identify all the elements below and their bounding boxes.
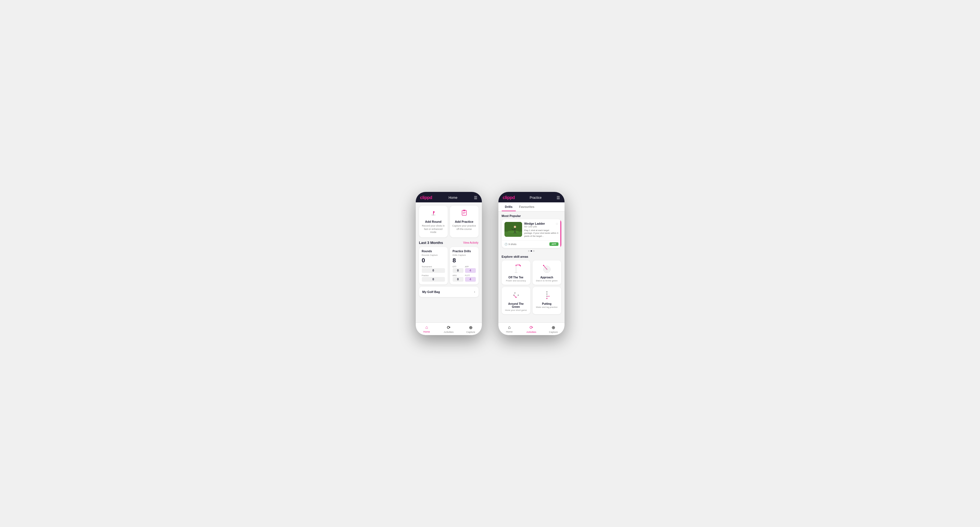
nav-capture[interactable]: ⊕ Capture [460,323,482,335]
approach-desc: Dial-in to hit the green [536,279,557,282]
svg-point-11 [514,226,516,228]
rounds-box: Rounds Rounds Capture 0 Tournament 0 Pra… [419,247,448,284]
explore-title: Explore skill areas [498,254,565,260]
add-practice-title: Add Practice [455,220,473,223]
add-practice-desc: Capture your practice off-the-course [452,224,476,231]
activity-title: Last 3 Months [419,241,443,245]
putting-desc: Make and lag practice [536,306,557,308]
ott-value: 0 [453,268,463,273]
wedge-ladder-card[interactable]: ☆ [502,219,561,248]
golf-bag-label: My Golf Bag [422,290,440,294]
approach-icon [541,263,553,274]
skill-putting[interactable]: Putting Make and lag practice [533,287,561,314]
dot-2 [531,250,532,252]
card-accent [560,219,561,248]
activity-section-header: Last 3 Months View Activity [416,240,482,247]
tab-favourites[interactable]: Favourites [516,202,538,211]
page-title: Home [449,196,457,200]
dot-1 [528,250,530,252]
shots-count: 9 shots [509,243,517,246]
add-practice-card[interactable]: Add Practice Capture your practice off-t… [450,206,479,237]
practice-nav-home[interactable]: ⌂ Home [498,323,520,335]
skill-off-the-tee[interactable]: Off The Tee Power and accuracy [502,260,530,285]
drills-bottom-row: ARG 0 PUTT 4 [453,275,476,282]
tournament-value: 0 [422,268,445,273]
atg-desc: Hone your short game [505,309,527,311]
home-header: clippd Home ☰ [416,192,482,202]
svg-point-22 [519,265,520,265]
arg-value: 0 [453,277,463,282]
add-round-desc: Record your shots in fast or enhanced mo… [421,224,445,234]
shots-info: 🕐 9 shots [504,243,517,246]
featured-card-content: Wedge Ladder 50–100 yds Play 1 shot at e… [502,219,561,240]
practice-header: clippd Practice ☰ [498,192,565,202]
practice-nav-capture[interactable]: ⊕ Capture [542,323,565,335]
carousel-dots [498,250,565,252]
tee-name: Off The Tee [508,276,523,279]
svg-point-27 [543,265,544,266]
action-cards: Add Round Record your shots in fast or e… [416,202,482,240]
star-icon[interactable]: ☆ [555,222,558,226]
practice-label: Practice [422,275,445,276]
practice-activities-label: Activities [527,331,536,333]
skill-around-green[interactable]: Around The Green Hone your short game [502,287,530,314]
add-practice-icon [460,209,468,218]
app-stat: APP 4 [465,266,476,273]
skill-approach[interactable]: Approach Dial-in to hit the green [533,260,561,285]
arg-stat: ARG 0 [453,275,463,282]
drill-desc: Play 1 shot at each target yardage. If y… [524,229,558,238]
wedge-ladder-info: Wedge Ladder 50–100 yds Play 1 shot at e… [524,222,558,238]
rounds-total: 0 [422,257,445,264]
drills-title: Practice Drills [453,250,476,253]
tab-drills[interactable]: Drills [502,202,516,211]
tee-desc: Power and accuracy [506,279,526,282]
practice-capture-icon: ⊕ [552,325,555,330]
arg-label: ARG [453,275,463,276]
practice-value: 0 [422,277,445,282]
practice-tabs: Drills Favourites [498,202,565,211]
drills-capture-label: Drills Capture [453,254,476,256]
home-bottom-nav: ⌂ Home ⟳ Activities ⊕ Capture [416,322,482,335]
home-nav-icon: ⌂ [425,325,428,330]
tournament-label: Tournament [422,266,445,268]
app-badge: APP [549,242,558,246]
add-round-title: Add Round [425,220,441,223]
add-round-icon [430,209,437,218]
practice-stat: Practice 0 [422,275,445,282]
app-value: 4 [465,268,476,273]
svg-rect-4 [463,210,465,211]
svg-point-2 [433,214,434,216]
putting-icon [541,290,553,301]
drills-top-row: OTT 0 APP 4 [453,266,476,273]
drill-range: 50–100 yds [524,225,558,228]
drill-name: Wedge Ladder [524,222,558,225]
nav-home[interactable]: ⌂ Home [416,323,438,335]
approach-name: Approach [540,276,553,279]
practice-capture-label: Capture [549,331,558,333]
home-nav-label: Home [423,330,430,333]
practice-logo: clippd [503,195,515,200]
add-round-card[interactable]: Add Round Record your shots in fast or e… [419,206,448,237]
practice-nav-activities[interactable]: ⟳ Activities [520,323,542,335]
clock-icon: 🕐 [504,243,508,246]
wedge-ladder-image [504,222,522,237]
putting-name: Putting [542,302,551,305]
tournament-stat: Tournament 0 [422,266,445,273]
menu-icon[interactable]: ☰ [474,195,477,200]
putt-label: PUTT [465,275,476,276]
practice-home-icon: ⌂ [508,325,511,330]
capture-nav-icon: ⊕ [469,325,473,330]
nav-activities[interactable]: ⟳ Activities [438,323,460,335]
tee-icon [510,263,522,274]
drills-box: Practice Drills Drills Capture 8 OTT 0 A… [450,247,479,284]
dot-3 [533,250,535,252]
practice-bottom-nav: ⌂ Home ⟳ Activities ⊕ Capture [498,322,565,335]
svg-rect-1 [433,211,434,214]
practice-menu-icon[interactable]: ☰ [557,195,560,200]
rounds-capture-label: Rounds Capture [422,254,445,256]
view-activity-link[interactable]: View Activity [463,241,478,244]
ott-label: OTT [453,266,463,268]
golf-bag-chevron: › [474,290,475,294]
activities-nav-label: Activities [444,331,454,333]
golf-bag-row[interactable]: My Golf Bag › [419,287,479,297]
